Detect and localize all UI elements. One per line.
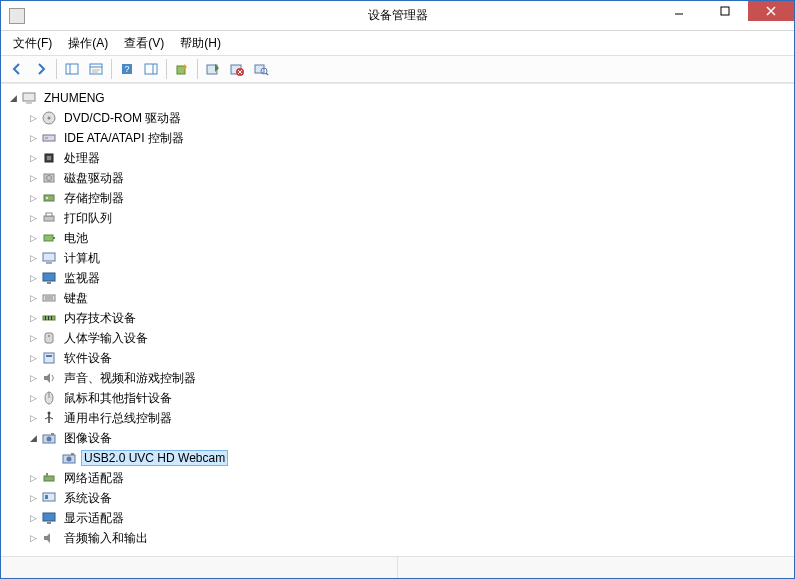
expand-icon[interactable]: ▷ (25, 370, 41, 386)
tree-category-node: ▷计算机 (25, 248, 794, 268)
expand-icon[interactable]: ▷ (25, 470, 41, 486)
forward-button[interactable] (29, 57, 53, 81)
scan-hardware-button[interactable] (249, 57, 273, 81)
svg-rect-71 (47, 522, 51, 524)
tree-category-row[interactable]: ▷DVD/CD-ROM 驱动器 (25, 108, 794, 128)
tree-category-row[interactable]: ▷内存技术设备 (25, 308, 794, 328)
tree-category-label: 鼠标和其他指针设备 (61, 389, 175, 408)
device-tree-pane[interactable]: ◢ ZHUMENG ▷DVD/CD-ROM 驱动器▷IDE ATA/ATAPI … (1, 83, 794, 556)
tree-category-row[interactable]: ▷人体学输入设备 (25, 328, 794, 348)
svg-rect-69 (45, 495, 48, 499)
expand-icon[interactable]: ▷ (25, 190, 41, 206)
tree-category-label: 人体学输入设备 (61, 329, 151, 348)
expand-icon[interactable]: ▷ (25, 110, 41, 126)
expand-icon[interactable]: ▷ (25, 410, 41, 426)
svg-rect-62 (51, 433, 54, 435)
expand-icon[interactable]: ▷ (25, 130, 41, 146)
status-cell (398, 557, 794, 578)
properties-button[interactable] (84, 57, 108, 81)
uninstall-button[interactable] (225, 57, 249, 81)
tree-category-row[interactable]: ▷声音、视频和游戏控制器 (25, 368, 794, 388)
back-button[interactable] (5, 57, 29, 81)
tree-category-row[interactable]: ▷鼠标和其他指针设备 (25, 388, 794, 408)
storage-icon (41, 190, 57, 206)
svg-rect-1 (721, 7, 729, 15)
svg-rect-38 (53, 237, 55, 239)
tree-category-node: ▷声音、视频和游戏控制器 (25, 368, 794, 388)
toolbar-separator (56, 59, 57, 79)
show-hide-console-tree-button[interactable] (60, 57, 84, 81)
expand-icon[interactable]: ▷ (25, 250, 41, 266)
tree-category-row[interactable]: ▷处理器 (25, 148, 794, 168)
expand-icon[interactable]: ▷ (25, 530, 41, 546)
imaging-icon (41, 430, 57, 446)
menu-file[interactable]: 文件(F) (5, 32, 60, 55)
help-button[interactable]: ? (115, 57, 139, 81)
tree-category-node: ▷监视器 (25, 268, 794, 288)
expand-icon[interactable]: ▷ (25, 150, 41, 166)
toolbar-separator (197, 59, 198, 79)
tree-category-row[interactable]: ▷网络适配器 (25, 468, 794, 488)
expand-icon[interactable]: ▷ (25, 330, 41, 346)
tree-category-row[interactable]: ▷通用串行总线控制器 (25, 408, 794, 428)
expand-icon[interactable]: ▷ (25, 390, 41, 406)
tree-category-node: ▷存储控制器 (25, 188, 794, 208)
svg-rect-66 (44, 476, 54, 481)
tree-category-row[interactable]: ▷磁盘驱动器 (25, 168, 794, 188)
tree-device-row[interactable]: USB2.0 UVC HD Webcam (45, 448, 794, 468)
expand-icon[interactable]: ▷ (25, 310, 41, 326)
expand-icon[interactable]: ▷ (25, 490, 41, 506)
menu-help[interactable]: 帮助(H) (172, 32, 229, 55)
tree-category-row[interactable]: ▷显示适配器 (25, 508, 794, 528)
tree-category-row[interactable]: ▷IDE ATA/ATAPI 控制器 (25, 128, 794, 148)
svg-point-26 (48, 117, 51, 120)
tree-category-label: 系统设备 (61, 489, 115, 508)
disc-icon (41, 110, 57, 126)
tree-category-node: ▷电池 (25, 228, 794, 248)
expand-icon[interactable]: ▷ (25, 510, 41, 526)
tree-category-row[interactable]: ▷系统设备 (25, 488, 794, 508)
network-icon (41, 470, 57, 486)
tree-category-node: ▷打印队列 (25, 208, 794, 228)
tree-category-node: ▷内存技术设备 (25, 308, 794, 328)
tree-category-label: 监视器 (61, 269, 103, 288)
tree-category-row[interactable]: ▷监视器 (25, 268, 794, 288)
expand-icon[interactable]: ▷ (25, 230, 41, 246)
maximize-button[interactable] (702, 1, 748, 21)
expander-icon[interactable]: ◢ (5, 90, 21, 106)
tree-category-row[interactable]: ▷键盘 (25, 288, 794, 308)
close-button[interactable] (748, 1, 794, 21)
svg-rect-35 (44, 216, 54, 221)
action-pane-button[interactable] (139, 57, 163, 81)
mouse-icon (41, 390, 57, 406)
tree-category-row[interactable]: ▷软件设备 (25, 348, 794, 368)
expand-icon[interactable]: ▷ (25, 270, 41, 286)
tree-category-node: ▷软件设备 (25, 348, 794, 368)
tree-category-row[interactable]: ▷计算机 (25, 248, 794, 268)
tree-category-node: ▷音频输入和输出 (25, 528, 794, 548)
tree-category-node: ▷人体学输入设备 (25, 328, 794, 348)
svg-rect-23 (23, 93, 35, 101)
tree-category-row[interactable]: ▷电池 (25, 228, 794, 248)
tree-category-row[interactable]: ▷音频输入和输出 (25, 528, 794, 548)
menu-action[interactable]: 操作(A) (60, 32, 116, 55)
tree-category-row[interactable]: ◢图像设备 (25, 428, 794, 448)
tree-category-label: 存储控制器 (61, 189, 127, 208)
tree-category-label: 键盘 (61, 289, 91, 308)
window-frame: 设备管理器 文件(F) 操作(A) 查看(V) 帮助(H) (0, 0, 795, 579)
tree-category-node: ▷显示适配器 (25, 508, 794, 528)
expand-icon[interactable]: ▷ (25, 170, 41, 186)
update-driver-button[interactable] (170, 57, 194, 81)
expand-icon[interactable]: ▷ (25, 290, 41, 306)
collapse-icon[interactable]: ◢ (25, 430, 41, 446)
tree-root-row[interactable]: ◢ ZHUMENG (5, 88, 794, 108)
tree-category-row[interactable]: ▷存储控制器 (25, 188, 794, 208)
tree-category-label: 声音、视频和游戏控制器 (61, 369, 199, 388)
menu-view[interactable]: 查看(V) (116, 32, 172, 55)
minimize-button[interactable] (656, 1, 702, 21)
tree-category-row[interactable]: ▷打印队列 (25, 208, 794, 228)
computer-icon (41, 250, 57, 266)
expand-icon[interactable]: ▷ (25, 210, 41, 226)
enable-button[interactable] (201, 57, 225, 81)
expand-icon[interactable]: ▷ (25, 350, 41, 366)
